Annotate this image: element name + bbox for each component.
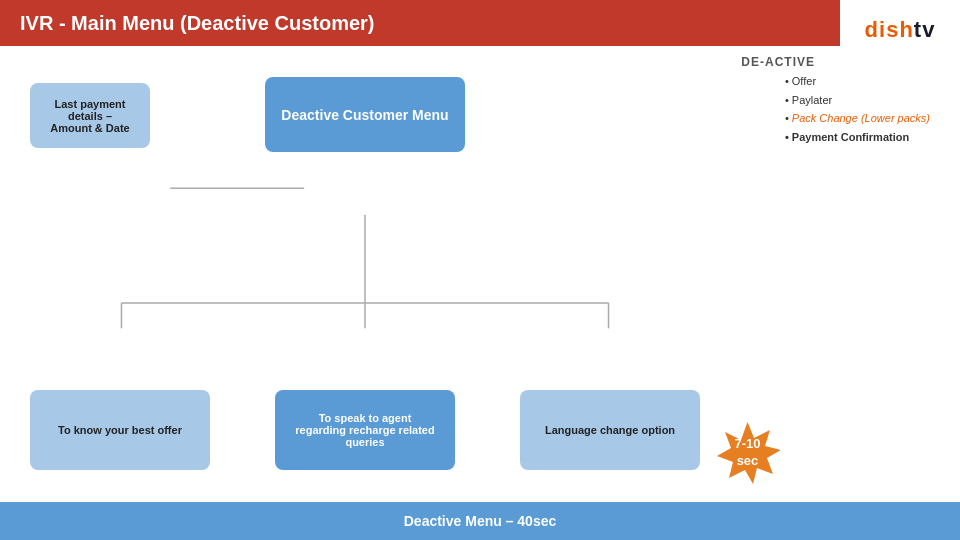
recharge-box-label: To speak to agentregarding recharge rela… <box>295 412 434 448</box>
payment-box-label: Last payment details –Amount & Date <box>42 98 138 134</box>
main-menu-label: Deactive Customer Menu <box>281 107 448 123</box>
diagram-area: Last payment details –Amount & Date Deac… <box>20 65 710 480</box>
page-header: IVR - Main Menu (Deactive Customer) <box>0 0 960 46</box>
de-active-label: DE-ACTIVE <box>741 55 815 69</box>
logo: dishtv <box>865 17 936 43</box>
language-box: Language change option <box>520 390 700 470</box>
recharge-box: To speak to agentregarding recharge rela… <box>275 390 455 470</box>
list-item-payment-confirmation: Payment Confirmation <box>785 128 930 147</box>
language-box-label: Language change option <box>545 424 675 436</box>
feature-list: Offer Paylater Pack Change (Lower packs)… <box>785 72 930 147</box>
footer-bar: Deactive Menu – 40sec <box>0 502 960 540</box>
bottom-boxes-row: To know your best offer To speak to agen… <box>20 380 710 480</box>
list-item-pack-change: Pack Change (Lower packs) <box>785 109 930 128</box>
offer-box-label: To know your best offer <box>58 424 182 436</box>
list-item-paylater: Paylater <box>785 91 930 110</box>
payment-details-box: Last payment details –Amount & Date <box>30 83 150 148</box>
logo-area: dishtv <box>840 0 960 60</box>
footer-label: Deactive Menu – 40sec <box>404 513 557 529</box>
starburst-text: 7-10sec <box>734 436 760 470</box>
starburst-badge: 7-10sec <box>715 420 780 485</box>
offer-box: To know your best offer <box>30 390 210 470</box>
header-title: IVR - Main Menu (Deactive Customer) <box>20 12 375 35</box>
main-menu-box: Deactive Customer Menu <box>265 77 465 152</box>
list-item-offer: Offer <box>785 72 930 91</box>
